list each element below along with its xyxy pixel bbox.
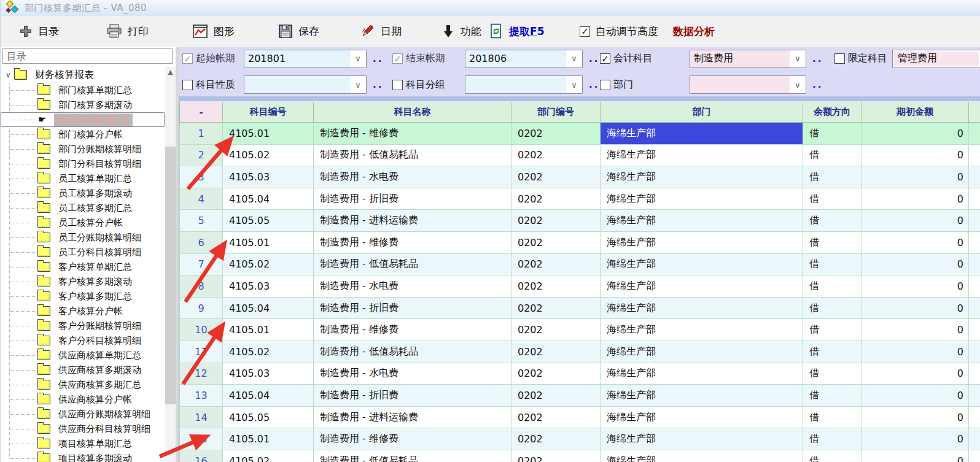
cell-r16-c6[interactable]: 0 <box>861 450 969 462</box>
ellipsis-button[interactable]: .. <box>583 53 600 64</box>
cell-r3-c2[interactable]: 制造费用 - 水电费 <box>314 166 511 188</box>
cell-r11-c3[interactable]: 0202 <box>511 341 601 363</box>
cell-r10-c2[interactable]: 制造费用 - 维修费 <box>314 319 511 341</box>
cell-r13-c5[interactable]: 借 <box>803 385 861 407</box>
filter-checkbox[interactable] <box>182 80 193 90</box>
cell-r6-c5[interactable]: 借 <box>803 231 861 253</box>
cell-r10-c5[interactable]: 借 <box>803 319 861 341</box>
cell-r1-c5[interactable]: 借 <box>803 123 861 145</box>
chevron-down-icon[interactable]: ∨ <box>566 50 582 67</box>
filter-checkbox[interactable] <box>834 53 845 64</box>
filter-起始帐期[interactable]: ✓起始帐期 <box>182 52 244 65</box>
tree-item-5[interactable]: 部门分账期核算明细 <box>1 142 165 156</box>
cell-r7-c2[interactable]: 制造费用 - 低值易耗品 <box>314 253 511 275</box>
cell-r3-c1[interactable]: 4105.03 <box>223 166 314 188</box>
filter-select-会计科目[interactable]: 制造费用∨ <box>690 50 806 68</box>
cell-r3-c5[interactable]: 借 <box>803 166 861 188</box>
tree-item-16[interactable]: 客户核算分户帐 <box>1 304 165 318</box>
cell-r8-c3[interactable]: 0202 <box>511 275 601 298</box>
cell-r1-c2[interactable]: 制造费用 - 维修费 <box>314 123 511 145</box>
cell-r10-c0[interactable]: 10 <box>180 319 223 341</box>
cell-r2-c4[interactable]: 海绵生产部 <box>601 144 803 166</box>
toolbar-button-3[interactable]: 图形 <box>192 16 235 47</box>
cell-r5-c0[interactable]: 5 <box>180 210 223 232</box>
tree-item-1[interactable]: 部门核算单期汇总 <box>1 83 165 98</box>
cell-r15-c2[interactable]: 制造费用 - 维修费 <box>314 428 511 450</box>
cell-r13-c1[interactable]: 4105.04 <box>223 385 314 407</box>
cell-r12-c5[interactable]: 借 <box>803 363 861 385</box>
tree-item-8[interactable]: 员工核算多期滚动 <box>1 186 165 201</box>
column-header-rownum[interactable]: - <box>180 102 223 123</box>
cell-r6-c2[interactable]: 制造费用 - 维修费 <box>314 231 511 253</box>
cell-r3-c4[interactable]: 海绵生产部 <box>601 166 803 188</box>
tree-item-21[interactable]: 供应商核算多期汇总 <box>1 377 165 392</box>
cell-r2-c5[interactable]: 借 <box>803 144 861 166</box>
tree-item-20[interactable]: 供应商核算多期滚动 <box>1 363 165 377</box>
tree-item-23[interactable]: 供应商分账期核算明细 <box>1 407 165 422</box>
cell-r3-c3[interactable]: 0202 <box>511 166 601 188</box>
cell-r10-c1[interactable]: 4105.01 <box>223 319 314 341</box>
tree-item-2[interactable]: 部门核算多期滚动 <box>1 98 165 112</box>
column-header-2[interactable]: 科目名称 <box>314 102 511 123</box>
cell-r7-c1[interactable]: 4105.02 <box>223 253 314 275</box>
filter-select-起始帐期[interactable]: 201801∨ <box>244 50 367 68</box>
tree-scrollbar[interactable]: ▲ <box>165 67 176 462</box>
cell-r8-c4[interactable]: 海绵生产部 <box>601 275 803 298</box>
scrollbar-thumb[interactable] <box>165 147 176 404</box>
filter-部门[interactable]: 部门 <box>600 79 690 91</box>
cell-r12-c6[interactable]: 0 <box>861 363 969 385</box>
tree-item-18[interactable]: 客户分科目核算明细 <box>1 333 165 348</box>
cell-r7-c0[interactable]: 7 <box>180 253 223 275</box>
filter-checkbox[interactable] <box>392 80 403 90</box>
cell-r7-c6[interactable]: 0 <box>861 253 969 275</box>
cell-r15-c0[interactable]: 15 <box>180 428 223 450</box>
cell-r12-c2[interactable]: 制造费用 - 水电费 <box>314 363 511 385</box>
auto-height-checkbox[interactable]: ✓ <box>580 26 590 37</box>
column-header-3[interactable]: 部门编号 <box>511 102 601 123</box>
cell-r5-c4[interactable]: 海绵生产部 <box>601 210 803 232</box>
cell-r8-c2[interactable]: 制造费用 - 水电费 <box>314 275 511 298</box>
cell-r14-c2[interactable]: 制造费用 - 进料运输费 <box>314 406 511 428</box>
filter-会计科目[interactable]: ✓会计科目 <box>600 52 690 65</box>
cell-r1-c3[interactable]: 0202 <box>511 123 601 145</box>
tree-item-24[interactable]: 供应商分科目核算明细 <box>1 422 165 436</box>
cell-r4-c3[interactable]: 0202 <box>511 188 601 210</box>
cell-r10-c6[interactable]: 0 <box>861 319 969 341</box>
cell-r11-c0[interactable]: 11 <box>180 341 223 363</box>
filter-科目性质[interactable]: 科目性质 <box>182 79 244 91</box>
cell-r15-c4[interactable]: 海绵生产部 <box>601 428 803 450</box>
cell-r4-c4[interactable]: 海绵生产部 <box>601 188 803 210</box>
ellipsis-button[interactable]: .. <box>367 53 392 64</box>
cell-r13-c6[interactable]: 0 <box>861 385 969 407</box>
cell-r4-c1[interactable]: 4105.04 <box>223 188 314 210</box>
cell-r15-c1[interactable]: 4105.01 <box>223 428 314 450</box>
tree-item-6[interactable]: 部门分科目核算明细 <box>1 156 165 171</box>
cell-r5-c6[interactable]: 0 <box>861 210 969 232</box>
cell-r11-c2[interactable]: 制造费用 - 低值易耗品 <box>314 341 511 363</box>
cell-r11-c6[interactable]: 0 <box>861 341 969 363</box>
cell-r11-c5[interactable]: 借 <box>803 341 861 363</box>
tree-item-7[interactable]: 员工核算单期汇总 <box>1 171 165 186</box>
tree-item-22[interactable]: 供应商核算分户帐 <box>1 392 165 407</box>
tree-item-19[interactable]: 供应商核算单期汇总 <box>1 348 165 363</box>
cell-r2-c2[interactable]: 制造费用 - 低值易耗品 <box>314 144 511 166</box>
directory-search-input[interactable] <box>2 48 173 64</box>
cell-r1-c6[interactable]: 0 <box>861 123 969 145</box>
tree-item-11[interactable]: 员工分账期核算明细 <box>1 230 165 245</box>
ellipsis-button[interactable]: .. <box>806 79 834 90</box>
cell-r8-c6[interactable]: 0 <box>861 275 969 298</box>
cell-r6-c1[interactable]: 4105.01 <box>223 231 314 253</box>
filter-select-科目分组[interactable]: ∨ <box>465 75 583 94</box>
cell-r16-c3[interactable]: 0202 <box>511 450 601 462</box>
cell-r3-c0[interactable]: 3 <box>180 166 223 188</box>
cell-r9-c5[interactable]: 借 <box>803 297 861 319</box>
cell-r2-c1[interactable]: 4105.02 <box>223 144 314 166</box>
cell-r10-c3[interactable]: 0202 <box>511 319 601 341</box>
ellipsis-button[interactable]: .. <box>583 79 600 90</box>
cell-r12-c3[interactable]: 0202 <box>511 363 601 385</box>
tree-item-14[interactable]: 客户核算多期滚动 <box>1 274 165 289</box>
tree-item-13[interactable]: 客户核算单期汇总 <box>1 260 165 274</box>
cell-r4-c0[interactable]: 4 <box>180 188 223 210</box>
cell-r8-c5[interactable]: 借 <box>803 275 861 298</box>
cell-r5-c5[interactable]: 借 <box>803 210 861 232</box>
